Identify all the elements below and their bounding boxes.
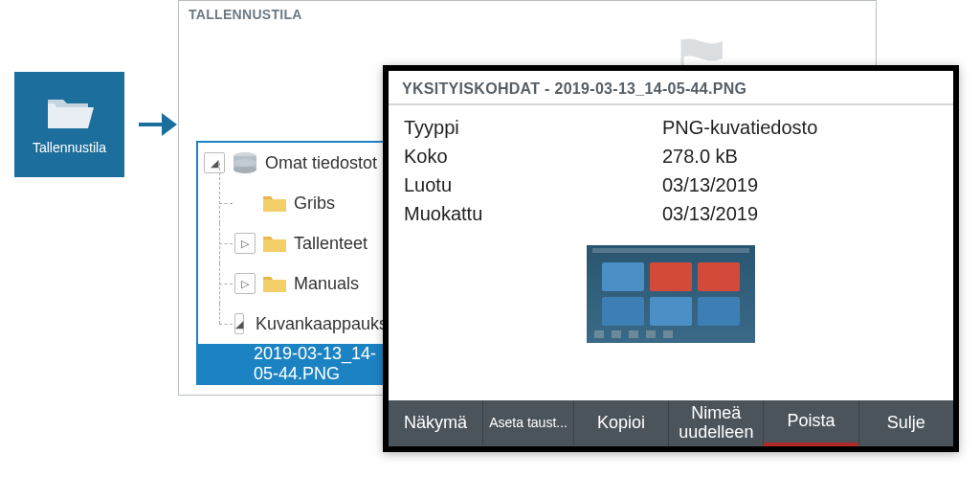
storage-tile-label: Tallennustila bbox=[33, 140, 106, 155]
view-button[interactable]: Näkymä bbox=[389, 400, 482, 446]
detail-row-size: Koko 278.0 kB bbox=[404, 142, 938, 170]
collapse-icon[interactable]: ◢ bbox=[234, 313, 244, 334]
detail-row-created: Luotu 03/13/2019 bbox=[404, 170, 938, 199]
detail-label: Koko bbox=[404, 142, 662, 170]
tree-label: 2019-03-13_14-05-44.PNG bbox=[204, 344, 395, 384]
svg-point-2 bbox=[234, 166, 256, 173]
arrow-right-icon bbox=[139, 113, 177, 136]
expand-icon[interactable]: ▷ bbox=[234, 273, 256, 294]
tree-label: Omat tiedostot bbox=[265, 153, 377, 173]
tree-item-gribs[interactable]: Gribs bbox=[198, 183, 395, 223]
detail-value: PNG-kuvatiedosto bbox=[662, 113, 938, 142]
tree-label: Manuals bbox=[294, 274, 359, 294]
file-thumbnail bbox=[587, 245, 755, 343]
storage-tile[interactable]: Tallennustila bbox=[14, 72, 124, 177]
delete-button[interactable]: Poista bbox=[763, 400, 858, 446]
folder-icon bbox=[261, 192, 288, 215]
tree-label: Kuvankaappaukset bbox=[256, 314, 397, 334]
detail-row-type: Tyyppi PNG-kuvatiedosto bbox=[404, 113, 938, 142]
folder-tree[interactable]: ◢ Omat tiedostot Gribs ▷ Tallenteet ▷ bbox=[196, 141, 397, 385]
detail-label: Tyyppi bbox=[404, 113, 662, 142]
dialog-footer: Näkymä Aseta taust... Kopioi Nimeä uudel… bbox=[389, 400, 953, 446]
detail-label: Muokattu bbox=[404, 199, 662, 228]
tree-item-recordings[interactable]: ▷ Tallenteet bbox=[198, 223, 395, 263]
detail-label: Luotu bbox=[404, 170, 662, 199]
folder-icon bbox=[261, 272, 288, 295]
close-button[interactable]: Sulje bbox=[858, 400, 953, 446]
drive-icon bbox=[231, 151, 259, 174]
tree-label: Tallenteet bbox=[294, 234, 368, 254]
storage-panel-title: TALLENNUSTILA bbox=[179, 1, 876, 28]
expand-icon[interactable]: ▷ bbox=[234, 233, 256, 254]
tree-label: Gribs bbox=[294, 193, 335, 214]
tree-item-manuals[interactable]: ▷ Manuals bbox=[198, 263, 395, 304]
details-dialog: YKSITYISKOHDAT - 2019-03-13_14-05-44.PNG… bbox=[383, 65, 959, 452]
set-background-button[interactable]: Aseta taust... bbox=[482, 400, 573, 446]
detail-row-modified: Muokattu 03/13/2019 bbox=[404, 199, 938, 228]
rename-button[interactable]: Nimeä uudelleen bbox=[668, 400, 763, 446]
copy-button[interactable]: Kopioi bbox=[573, 400, 668, 446]
detail-value: 03/13/2019 bbox=[662, 199, 938, 228]
collapse-icon[interactable]: ◢ bbox=[204, 152, 225, 173]
tree-item-screenshots[interactable]: ◢ Kuvankaappaukset bbox=[198, 304, 395, 344]
detail-value: 278.0 kB bbox=[662, 142, 938, 170]
folder-icon bbox=[261, 232, 288, 255]
detail-value: 03/13/2019 bbox=[662, 170, 938, 199]
dialog-body: Tyyppi PNG-kuvatiedosto Koko 278.0 kB Lu… bbox=[389, 105, 953, 351]
dialog-title: YKSITYISKOHDAT - 2019-03-13_14-05-44.PNG bbox=[389, 71, 953, 105]
tree-file-selected[interactable]: 2019-03-13_14-05-44.PNG bbox=[198, 344, 395, 384]
svg-point-3 bbox=[234, 159, 256, 167]
folder-open-icon bbox=[46, 94, 94, 132]
tree-root-my-files[interactable]: ◢ Omat tiedostot bbox=[198, 143, 395, 183]
